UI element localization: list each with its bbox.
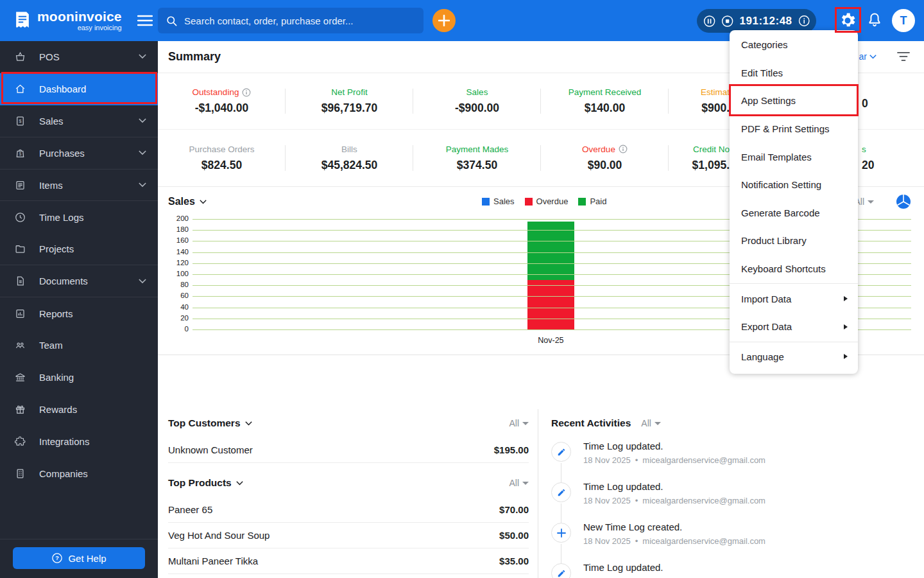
timer-info-icon[interactable]	[798, 13, 810, 28]
sidebar-item-reports[interactable]: Reports	[0, 297, 158, 329]
brand-logo[interactable]: mooninvoice easy invoicing	[13, 10, 122, 31]
info-icon[interactable]	[242, 88, 251, 97]
meta-separator: •	[635, 496, 638, 505]
sidebar-item-dashboard[interactable]: Dashboard	[0, 73, 158, 105]
product-amount: $50.00	[499, 530, 529, 541]
activity-item: Time Log updated. 18 Nov 2025•micealgard…	[551, 561, 918, 578]
filter-icon[interactable]	[897, 51, 910, 62]
menu-item-pdf-print-settings[interactable]: PDF & Print Settings	[730, 115, 858, 143]
menu-item-import-data[interactable]: Import Data	[730, 285, 858, 313]
home-icon	[14, 83, 26, 95]
invoice-logo-icon	[13, 10, 32, 31]
sidebar-item-companies[interactable]: Companies	[0, 458, 158, 490]
brand-tagline: easy invoicing	[37, 24, 122, 31]
card-value: $824.50	[201, 159, 242, 172]
pause-timer-icon[interactable]	[703, 13, 715, 29]
sidebar-item-label: Time Logs	[39, 212, 146, 223]
submenu-arrow-icon	[844, 296, 848, 301]
summary-card-overdue: Overdue $90.00	[541, 130, 669, 186]
chevron-down-icon	[139, 118, 146, 123]
settings-gear-icon[interactable]	[838, 11, 857, 30]
activity-item: Time Log updated. 18 Nov 2025•micealgard…	[551, 440, 918, 480]
get-help-button[interactable]: ? Get Help	[13, 547, 145, 569]
menu-item-app-settings[interactable]: App Settings	[730, 87, 858, 115]
activity-timeline: Time Log updated. 18 Nov 2025•micealgard…	[551, 440, 918, 578]
add-new-button[interactable]	[432, 9, 456, 32]
global-search[interactable]	[158, 8, 424, 33]
pie-chart-toggle-icon[interactable]	[896, 194, 911, 209]
card-label: s	[862, 144, 866, 154]
activity-item: Time Log updated. 18 Nov 2025•micealgard…	[551, 480, 918, 521]
menu-item-export-data[interactable]: Export Data	[730, 313, 858, 341]
sidebar-item-banking[interactable]: Banking	[0, 362, 158, 394]
hamburger-menu-icon[interactable]	[137, 15, 153, 26]
product-row[interactable]: Veg Hot And Sour Soup$50.00	[168, 523, 529, 548]
product-row[interactable]: Paneer 65$70.00	[168, 497, 529, 523]
menu-item-email-templates[interactable]: Email Templates	[730, 143, 858, 171]
sidebar-item-items[interactable]: Items	[0, 170, 158, 202]
sidebar-item-sales[interactable]: $ Sales	[0, 105, 158, 137]
bottom-panels: Top Customers All Unknown Customer $195.…	[158, 409, 924, 578]
menu-item-notification-setting[interactable]: Notification Setting	[730, 171, 858, 199]
dropdown-arrow	[522, 422, 529, 425]
card-value: $140.00	[585, 101, 625, 115]
sidebar-item-label: Companies	[39, 468, 146, 479]
notifications-bell-icon[interactable]	[866, 12, 883, 30]
bar-chart-icon	[14, 308, 26, 320]
activities-filter-dropdown[interactable]: All	[641, 418, 661, 428]
items-list-icon	[14, 179, 26, 191]
sidebar-item-purchases[interactable]: $ Purchases	[0, 137, 158, 170]
chart-title-dropdown[interactable]: Sales	[168, 196, 207, 207]
period-dropdown[interactable]: ar	[859, 51, 877, 62]
top-products-filter-dropdown[interactable]: All	[509, 478, 529, 488]
pos-basket-icon	[14, 51, 26, 63]
search-input[interactable]	[184, 15, 416, 26]
stacked-bar-nov-25[interactable]	[527, 222, 574, 329]
card-value: $90.00	[588, 159, 622, 172]
summary-card-bills: Bills $45,824.50	[286, 130, 413, 186]
plus-circle-icon	[551, 523, 571, 543]
sidebar-item-label: Sales	[39, 116, 139, 127]
recent-activities-header: Recent Activities All	[551, 409, 918, 437]
sidebar-item-team[interactable]: Team	[0, 329, 158, 362]
y-tick-label: 40	[166, 303, 189, 311]
sidebar-item-label: Team	[39, 340, 146, 351]
menu-item-categories[interactable]: Categories	[730, 31, 858, 59]
activity-meta: 18 Nov 2025•micealgardenservice@gmail.co…	[583, 455, 766, 465]
search-icon	[166, 15, 178, 27]
svg-text:$: $	[19, 152, 22, 156]
activity-title: Time Log updated.	[583, 441, 766, 451]
sidebar-item-projects[interactable]: Projects	[0, 233, 158, 265]
sidebar-item-documents[interactable]: Documents	[0, 265, 158, 297]
card-label: Bills	[341, 144, 357, 154]
card-value: $374.50	[457, 159, 497, 172]
sidebar-item-rewards[interactable]: Rewards	[0, 394, 158, 426]
sidebar-item-pos[interactable]: POS	[0, 41, 158, 73]
menu-item-language[interactable]: Language	[730, 343, 858, 371]
card-label: Purchase Orders	[189, 144, 254, 154]
legend-swatch	[525, 198, 533, 206]
clock-icon	[14, 211, 26, 223]
avatar-initial: T	[900, 14, 907, 28]
sidebar-item-label: Documents	[39, 276, 139, 286]
product-row[interactable]: Multani Paneer Tikka$35.00	[168, 548, 529, 574]
y-tick-label: 0	[166, 325, 189, 333]
menu-item-edit-titles[interactable]: Edit Titles	[730, 59, 858, 87]
menu-item-product-library[interactable]: Product Library	[730, 227, 858, 255]
card-value: -$1,040.00	[195, 101, 249, 115]
chevron-down-icon	[139, 279, 146, 284]
top-customers-filter-dropdown[interactable]: All	[509, 418, 529, 428]
menu-item-generate-barcode[interactable]: Generate Barcode	[730, 199, 858, 227]
top-customers-title-dropdown[interactable]: Top Customers	[168, 417, 252, 429]
sidebar-item-integrations[interactable]: Integrations	[0, 426, 158, 458]
product-row[interactable]: Green Garden Salad$20.00	[168, 574, 529, 578]
sidebar-item-time-logs[interactable]: Time Logs	[0, 201, 158, 233]
info-icon[interactable]	[619, 144, 628, 153]
legend-swatch	[578, 198, 586, 206]
product-name: Multani Paneer Tikka	[168, 556, 258, 566]
top-products-title-dropdown[interactable]: Top Products	[168, 477, 243, 489]
stop-timer-icon[interactable]	[721, 13, 733, 29]
user-avatar[interactable]: T	[892, 9, 915, 32]
customer-row[interactable]: Unknown Customer $195.00	[168, 437, 529, 463]
menu-item-keyboard-shortcuts[interactable]: Keyboard Shortcuts	[730, 255, 858, 283]
